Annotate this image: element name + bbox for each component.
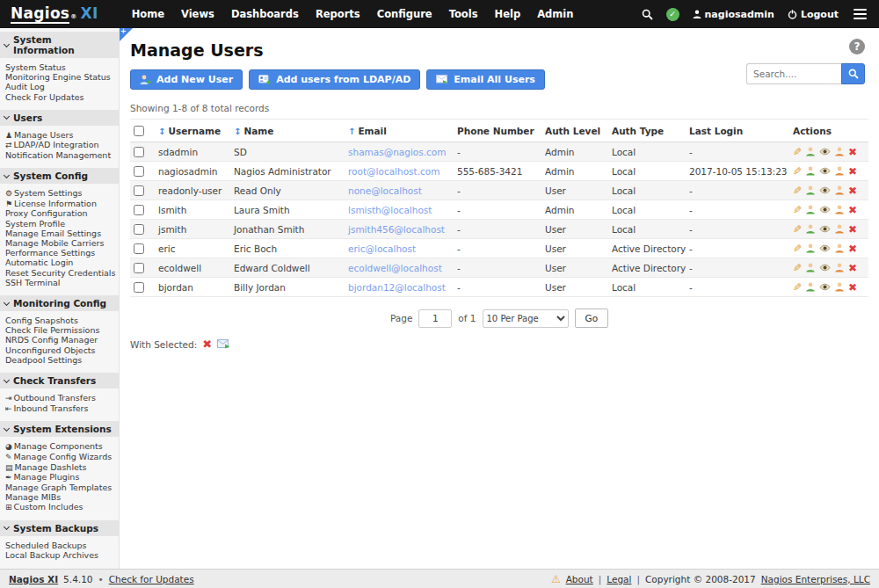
sidebar-item[interactable]: ⇤Inbound Transfers: [5, 403, 116, 414]
sidebar-item[interactable]: Notification Management: [5, 150, 116, 160]
sidebar-item[interactable]: ◕Manage Components: [5, 441, 116, 452]
row-checkbox[interactable]: [134, 243, 144, 254]
clone-user-icon[interactable]: [805, 166, 816, 176]
impersonate-user-icon[interactable]: [834, 185, 845, 195]
edit-user-icon[interactable]: ✎: [793, 166, 802, 177]
about-link[interactable]: About: [566, 574, 593, 584]
clone-user-icon[interactable]: [805, 185, 816, 195]
row-checkbox[interactable]: [134, 185, 144, 196]
view-user-icon[interactable]: [819, 186, 831, 194]
nav-menu-item[interactable]: Help: [495, 8, 521, 20]
view-user-icon[interactable]: [819, 283, 831, 291]
sidebar-section-header[interactable]: System Backups: [0, 520, 119, 536]
nav-menu-item[interactable]: Home: [132, 8, 164, 20]
product-link[interactable]: Nagios XI: [9, 574, 58, 584]
sidebar-item[interactable]: ✒Manage Plugins: [5, 472, 116, 483]
check-updates-link[interactable]: Check for Updates: [109, 574, 194, 584]
edit-user-icon[interactable]: ✎: [793, 224, 802, 235]
sidebar-item[interactable]: SSH Terminal: [5, 278, 116, 287]
clone-user-icon[interactable]: [805, 147, 816, 156]
clone-user-icon[interactable]: [805, 205, 816, 214]
legal-link[interactable]: Legal: [607, 574, 631, 584]
delete-user-icon[interactable]: ✖: [848, 205, 857, 215]
delete-user-icon[interactable]: ✖: [848, 243, 857, 254]
go-button[interactable]: Go: [575, 309, 609, 328]
sidebar-collapse-toggle[interactable]: [120, 28, 133, 41]
sidebar-item[interactable]: Reset Security Credentials: [5, 268, 116, 278]
nav-menu-item[interactable]: Configure: [377, 8, 432, 20]
sidebar-item[interactable]: ⇄LDAP/AD Integration: [5, 140, 116, 150]
view-user-icon[interactable]: [819, 148, 831, 156]
sidebar-item[interactable]: Manage Email Settings: [5, 229, 116, 238]
nav-menu-item[interactable]: Dashboards: [231, 8, 299, 20]
email-link[interactable]: bjordan12@localhost: [348, 282, 446, 293]
sidebar-item[interactable]: ▤Manage Dashlets: [5, 462, 116, 473]
email-link[interactable]: eric@localhost: [348, 243, 416, 254]
sidebar-item[interactable]: ⚑License Information: [5, 199, 116, 209]
edit-user-icon[interactable]: ✎: [793, 185, 802, 196]
edit-user-icon[interactable]: ✎: [793, 263, 802, 273]
email-all-users-button[interactable]: Email All Users: [426, 69, 545, 90]
delete-selected-icon[interactable]: ✖: [202, 338, 212, 350]
sidebar-section-header[interactable]: Monitoring Config: [0, 295, 119, 311]
nav-menu-item[interactable]: Admin: [537, 8, 573, 20]
nav-menu-item[interactable]: Tools: [449, 8, 478, 20]
row-checkbox[interactable]: [134, 282, 144, 293]
view-user-icon[interactable]: [819, 225, 831, 233]
delete-user-icon[interactable]: ✖: [848, 147, 857, 157]
clone-user-icon[interactable]: [805, 224, 816, 234]
sidebar-item[interactable]: Manage MIBs: [5, 492, 116, 502]
sidebar-item[interactable]: Automatic Login: [5, 258, 116, 267]
nav-menu-item[interactable]: Reports: [316, 8, 360, 20]
sidebar-item[interactable]: Monitoring Engine Status: [5, 72, 116, 82]
clone-user-icon[interactable]: [805, 263, 816, 272]
email-link[interactable]: lsmisth@localhost: [348, 205, 432, 215]
sidebar-section-header[interactable]: System Information: [0, 32, 119, 58]
impersonate-user-icon[interactable]: [834, 263, 845, 272]
sidebar-section-header[interactable]: Users: [0, 110, 119, 126]
email-link[interactable]: none@localhost: [348, 185, 422, 196]
help-icon[interactable]: ?: [849, 39, 865, 54]
column-header[interactable]: ↑Email: [345, 120, 454, 142]
email-link[interactable]: ecoldwell@localhost: [348, 263, 442, 273]
sidebar-item[interactable]: Local Backup Archives: [5, 550, 116, 560]
sidebar-item[interactable]: ⇥Outbound Transfers: [5, 393, 116, 403]
sidebar-item[interactable]: Scheduled Backups: [5, 541, 116, 550]
sidebar-item[interactable]: System Status: [5, 62, 116, 72]
row-checkbox[interactable]: [134, 224, 144, 235]
sidebar-item[interactable]: Config Snapshots: [5, 316, 116, 325]
column-header[interactable]: Auth Level: [541, 120, 608, 142]
impersonate-user-icon[interactable]: [834, 147, 845, 156]
sidebar-item[interactable]: ⚙System Settings: [5, 188, 116, 199]
clone-user-icon[interactable]: [805, 243, 816, 253]
sidebar-item[interactable]: Proxy Configuration: [5, 208, 116, 218]
impersonate-user-icon[interactable]: [834, 224, 845, 234]
sidebar-section-header[interactable]: System Extensions: [0, 421, 119, 437]
view-user-icon[interactable]: [819, 206, 831, 214]
edit-user-icon[interactable]: ✎: [793, 147, 802, 157]
user-menu[interactable]: nagiosadmin: [693, 9, 774, 20]
delete-user-icon[interactable]: ✖: [848, 224, 857, 235]
email-link[interactable]: shamas@nagios.com: [348, 147, 447, 157]
row-checkbox[interactable]: [134, 166, 144, 177]
edit-user-icon[interactable]: ✎: [793, 243, 802, 254]
sidebar-item[interactable]: ♟Manage Users: [5, 130, 116, 141]
column-header[interactable]: Last Login: [686, 120, 789, 142]
delete-user-icon[interactable]: ✖: [848, 263, 857, 273]
edit-user-icon[interactable]: ✎: [793, 282, 802, 293]
sidebar-item[interactable]: Deadpool Settings: [5, 355, 116, 365]
row-checkbox[interactable]: [134, 147, 144, 157]
hamburger-menu-icon[interactable]: [852, 7, 868, 22]
impersonate-user-icon[interactable]: [834, 205, 845, 214]
sidebar-item[interactable]: Manage Graph Templates: [5, 483, 116, 492]
search-input[interactable]: [746, 63, 841, 84]
column-header[interactable]: Phone Number: [454, 120, 541, 142]
nagios-logo[interactable]: Nagios®XI: [11, 4, 98, 24]
email-link[interactable]: root@localhost.com: [348, 166, 440, 177]
logout-button[interactable]: Logout: [788, 9, 839, 20]
row-checkbox[interactable]: [134, 263, 144, 273]
search-button[interactable]: [841, 63, 865, 84]
impersonate-user-icon[interactable]: [834, 243, 845, 253]
clone-user-icon[interactable]: [805, 282, 816, 292]
view-user-icon[interactable]: [819, 244, 831, 252]
